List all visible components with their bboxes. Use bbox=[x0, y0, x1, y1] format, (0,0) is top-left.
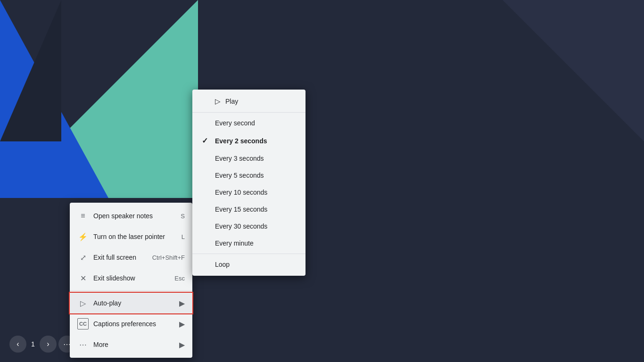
autoplay-arrow-icon: ▶ bbox=[179, 299, 185, 308]
submenu-every-2-seconds[interactable]: ✓ Every 2 seconds bbox=[192, 132, 305, 150]
menu-item-laser-pointer[interactable]: ⚡ Turn on the laser pointer L bbox=[70, 226, 192, 247]
submenu-every-minute[interactable]: Every minute bbox=[192, 235, 305, 252]
submenu-label-every-minute: Every minute bbox=[215, 239, 254, 247]
menu-divider-1 bbox=[70, 290, 192, 291]
menu-item-autoplay[interactable]: ▷ Auto-play ▶ bbox=[70, 293, 192, 313]
next-slide-button[interactable]: › bbox=[40, 336, 57, 353]
menu-label-laser-pointer: Turn on the laser pointer bbox=[93, 233, 178, 240]
submenu-label-every-second: Every second bbox=[215, 119, 255, 127]
submenu-label-every-2-seconds: Every 2 seconds bbox=[215, 137, 267, 145]
menu-label-more: More bbox=[93, 341, 177, 348]
submenu-divider-bottom bbox=[192, 254, 305, 254]
bottom-nav: ‹ 1 › ⋯ bbox=[9, 336, 75, 353]
submenu-play-label: Play bbox=[225, 98, 238, 105]
submenu-label-every-15-seconds: Every 15 seconds bbox=[215, 206, 267, 213]
menu-item-more[interactable]: ⋯ More ▶ bbox=[70, 334, 192, 355]
submenu-every-15-seconds[interactable]: Every 15 seconds bbox=[192, 201, 305, 218]
menu-shortcut-speaker-notes: S bbox=[181, 213, 185, 220]
menu-shortcut-laser-pointer: L bbox=[182, 233, 185, 240]
submenu-every-5-seconds[interactable]: Every 5 seconds bbox=[192, 167, 305, 184]
prev-slide-button[interactable]: ‹ bbox=[9, 336, 26, 353]
play-icon: ▷ bbox=[215, 97, 221, 106]
submenu-loop[interactable]: Loop bbox=[192, 256, 305, 273]
submenu-divider-top bbox=[192, 112, 305, 113]
shape-dark bbox=[0, 0, 61, 141]
exit-fullscreen-icon: ⤢ bbox=[77, 252, 89, 263]
submenu-label-loop: Loop bbox=[215, 261, 230, 268]
more-icon: ⋯ bbox=[77, 339, 89, 350]
submenu-play-btn[interactable]: ▷ Play bbox=[192, 92, 305, 110]
submenu-label-every-5-seconds: Every 5 seconds bbox=[215, 172, 264, 179]
captions-icon: CC bbox=[77, 318, 89, 329]
submenu-label-every-10-seconds: Every 10 seconds bbox=[215, 189, 267, 196]
autoplay-submenu: ▷ Play Every second ✓ Every 2 seconds Ev… bbox=[192, 90, 305, 276]
exit-slideshow-icon: ✕ bbox=[77, 272, 89, 284]
menu-item-captions[interactable]: CC Captions preferences ▶ bbox=[70, 313, 192, 334]
menu-item-exit-slideshow[interactable]: ✕ Exit slideshow Esc bbox=[70, 268, 192, 288]
shape-right-tri bbox=[503, 0, 644, 141]
context-menu: ≡ Open speaker notes S ⚡ Turn on the las… bbox=[70, 203, 192, 358]
submenu-every-10-seconds[interactable]: Every 10 seconds bbox=[192, 184, 305, 201]
menu-item-exit-fullscreen[interactable]: ⤢ Exit full screen Ctrl+Shift+F bbox=[70, 247, 192, 268]
submenu-label-every-30-seconds: Every 30 seconds bbox=[215, 222, 267, 230]
speaker-notes-icon: ≡ bbox=[77, 210, 89, 222]
menu-shortcut-exit-slideshow: Esc bbox=[174, 275, 185, 282]
menu-label-autoplay: Auto-play bbox=[93, 299, 177, 307]
submenu-label-every-3-seconds: Every 3 seconds bbox=[215, 155, 264, 162]
menu-label-exit-fullscreen: Exit full screen bbox=[93, 254, 149, 261]
submenu-every-3-seconds[interactable]: Every 3 seconds bbox=[192, 150, 305, 167]
captions-arrow-icon: ▶ bbox=[179, 320, 185, 329]
menu-label-exit-slideshow: Exit slideshow bbox=[93, 274, 171, 282]
autoplay-icon: ▷ bbox=[77, 297, 89, 309]
menu-shortcut-exit-fullscreen: Ctrl+Shift+F bbox=[152, 254, 185, 261]
menu-label-captions: Captions preferences bbox=[93, 320, 177, 328]
page-number: 1 bbox=[28, 340, 38, 348]
more-arrow-icon: ▶ bbox=[179, 340, 185, 349]
submenu-every-30-seconds[interactable]: Every 30 seconds bbox=[192, 218, 305, 235]
menu-label-speaker-notes: Open speaker notes bbox=[93, 212, 177, 220]
check-every-2-seconds: ✓ bbox=[202, 136, 211, 145]
submenu-every-second[interactable]: Every second bbox=[192, 115, 305, 132]
menu-item-open-speaker-notes[interactable]: ≡ Open speaker notes S bbox=[70, 206, 192, 226]
laser-pointer-icon: ⚡ bbox=[77, 231, 89, 242]
